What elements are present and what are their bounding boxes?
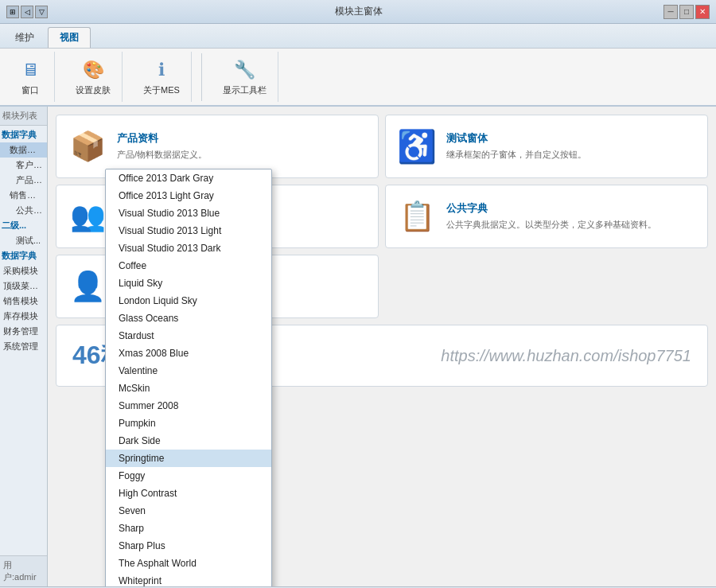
window-title: 模块主窗体 [54, 5, 663, 18]
sidebar-tree: 数据字典 数据字典 客户资料 产品资料 销售模块 公共字典 二级... 测试..… [0, 126, 47, 555]
about-mes-btn[interactable]: ℹ 关于MES [138, 55, 185, 99]
sidebar: 模块列表 数据字典 数据字典 客户资料 产品资料 销售模块 公共字典 二级...… [0, 107, 48, 586]
window-icon: 🖥 [18, 57, 43, 83]
ribbon-group-window: 🖥 窗口 [6, 52, 55, 102]
dropdown-item-seven[interactable]: Seven [106, 502, 271, 520]
restore-btn[interactable]: ⊞ [6, 6, 19, 18]
card-public-desc: 公共字典批据定义。以类型分类，定义多种基础资料。 [446, 219, 696, 231]
sidebar-item-data-dict2[interactable]: 数据字典 [0, 248, 47, 263]
dropdown-item-coffee[interactable]: Coffee [106, 257, 271, 275]
sidebar-item-purchase[interactable]: 采购模块 [0, 263, 47, 278]
set-skin-label: 设置皮肤 [76, 84, 111, 96]
title-controls: ─ □ ✕ [663, 5, 710, 19]
card-public-info: 公共字典 公共字典批据定义。以类型分类，定义多种基础资料。 [446, 201, 696, 231]
main-layout: 模块列表 数据字典 数据字典 客户资料 产品资料 销售模块 公共字典 二级...… [0, 107, 716, 586]
show-toolbar-btn[interactable]: 🔧 显示工具栏 [218, 55, 271, 99]
ribbon: 维护 视图 🖥 窗口 🎨 设置皮肤 ℹ 关于MES 🔧 显示工具栏 [0, 24, 716, 107]
title-bar-left: ⊞ ◁ ▽ [6, 6, 54, 18]
card-test[interactable]: ♿ 测试窗体 继承框架的子窗体，并自定义按钮。 [385, 115, 708, 178]
ribbon-group-skin: 🎨 设置皮肤 [64, 52, 123, 102]
show-toolbar-icon: 🔧 [232, 57, 257, 83]
dropdown-item-asphalt-world[interactable]: The Asphalt World [106, 555, 271, 572]
title-bar: ⊞ ◁ ▽ 模块主窗体 ─ □ ✕ [0, 0, 716, 24]
sidebar-item-sales2[interactable]: 销售模块 [0, 294, 47, 309]
dropdown-item-valentine[interactable]: Valentine [106, 362, 271, 380]
dropdown-item-glass-oceans[interactable]: Glass Oceans [106, 310, 271, 327]
ribbon-divider [201, 53, 202, 101]
card-test-icon: ♿ [397, 127, 437, 166]
minimize-btn[interactable]: ─ [663, 5, 678, 19]
dropdown-item-vs2013-dark[interactable]: Visual Studio 2013 Dark [106, 239, 271, 257]
sidebar-item-system[interactable]: 系统管理 [0, 339, 47, 354]
sidebar-item-secondary[interactable]: 二级... [0, 218, 47, 233]
card-product-icon: 📦 [68, 127, 107, 166]
card-test-title: 测试窗体 [446, 131, 696, 146]
card-product-desc: 产品/物料数据据定义。 [117, 149, 367, 161]
set-skin-icon: 🎨 [80, 57, 106, 83]
dropdown-item-office2013-light-gray[interactable]: Office 2013 Light Gray [106, 187, 271, 204]
sidebar-item-data-dict[interactable]: 数据字典 [0, 127, 47, 142]
sidebar-footer: 用户:admir [0, 555, 47, 586]
sidebar-item-public[interactable]: 公共字典 [0, 203, 47, 218]
card-customer-icon: 👥 [68, 197, 107, 236]
card-public-title: 公共字典 [446, 201, 696, 216]
card-public[interactable]: 📋 公共字典 公共字典批据定义。以类型分类，定义多种基础资料。 [385, 185, 708, 248]
dropdown-item-liquid-sky[interactable]: Liquid Sky [106, 275, 271, 292]
sidebar-item-finance[interactable]: 财务管理 [0, 324, 47, 339]
sidebar-item-test[interactable]: 测试... [0, 233, 47, 248]
nav-btn[interactable]: ◁ [21, 6, 33, 18]
tab-view[interactable]: 视图 [48, 27, 91, 48]
promo-url: https://www.huzhan.com/ishop7751 [441, 347, 691, 365]
app-menu-btn[interactable]: ▽ [35, 6, 48, 18]
dropdown-item-sharp[interactable]: Sharp [106, 520, 271, 537]
dropdown-item-vs2013-light[interactable]: Visual Studio 2013 Light [106, 222, 271, 239]
card-product-info: 产品资料 产品/物料数据据定义。 [117, 131, 367, 161]
ribbon-tabs: 维护 视图 [0, 24, 716, 48]
sidebar-item-sales[interactable]: 销售模块 [0, 188, 47, 203]
dropdown-item-dark-side[interactable]: Dark Side [106, 432, 271, 450]
dropdown-item-london-liquid-sky[interactable]: London Liquid Sky [106, 292, 271, 310]
ribbon-group-about: ℹ 关于MES [132, 52, 192, 102]
about-mes-icon: ℹ [149, 57, 174, 83]
sidebar-item-topmenu[interactable]: 顶级菜单项 [0, 278, 47, 294]
card-public-icon: 📋 [397, 197, 437, 236]
dropdown-item-springtime[interactable]: Springtime [106, 450, 271, 467]
ribbon-content: 🖥 窗口 🎨 设置皮肤 ℹ 关于MES 🔧 显示工具栏 [0, 48, 716, 105]
card-product-title: 产品资料 [117, 131, 367, 146]
dropdown-item-xmas2008-blue[interactable]: Xmas 2008 Blue [106, 345, 271, 362]
dropdown-item-high-contrast[interactable]: High Contrast [106, 485, 271, 502]
sidebar-item-customer[interactable]: 客户资料 [0, 158, 47, 173]
window-label: 窗口 [21, 84, 39, 96]
ribbon-group-toolbar: 🔧 显示工具栏 [212, 52, 278, 102]
content-area: 📦 产品资料 产品/物料数据据定义。 ♿ 测试窗体 继承框架的子窗体，并自定义按… [48, 107, 716, 586]
dropdown-item-office2013-dark-gray[interactable]: Office 2013 Dark Gray [106, 169, 271, 187]
sidebar-item-product[interactable]: 产品资料 [0, 173, 47, 188]
card-sales-icon: 👤 [68, 267, 107, 306]
dropdown-item-summer2008[interactable]: Summer 2008 [106, 397, 271, 415]
maximize-btn[interactable]: □ [679, 5, 694, 19]
dropdown-menu: Office 2013 Dark GrayOffice 2013 Light G… [105, 169, 272, 586]
dropdown-item-pumpkin[interactable]: Pumpkin [106, 415, 271, 432]
dropdown-item-whiteprint[interactable]: Whiteprint [106, 572, 271, 586]
show-toolbar-label: 显示工具栏 [223, 84, 267, 96]
sidebar-header: 模块列表 [0, 107, 47, 126]
close-btn[interactable]: ✕ [695, 5, 710, 19]
window-btn[interactable]: 🖥 窗口 [13, 55, 48, 99]
set-skin-btn[interactable]: 🎨 设置皮肤 [71, 55, 115, 99]
dropdown-item-foggy[interactable]: Foggy [106, 467, 271, 485]
dropdown-item-vs2013-blue[interactable]: Visual Studio 2013 Blue [106, 204, 271, 222]
sidebar-item-warehouse[interactable]: 库存模块 [0, 309, 47, 324]
sidebar-item-data-dict-sub[interactable]: 数据字典 [0, 142, 47, 158]
card-test-info: 测试窗体 继承框架的子窗体，并自定义按钮。 [446, 131, 696, 161]
about-mes-label: 关于MES [143, 84, 180, 96]
tab-maintain[interactable]: 维护 [3, 27, 46, 48]
dropdown-item-sharp-plus[interactable]: Sharp Plus [106, 537, 271, 555]
dropdown-item-stardust[interactable]: Stardust [106, 327, 271, 345]
card-test-desc: 继承框架的子窗体，并自定义按钮。 [446, 149, 696, 161]
dropdown-item-mcskin[interactable]: McSkin [106, 380, 271, 397]
